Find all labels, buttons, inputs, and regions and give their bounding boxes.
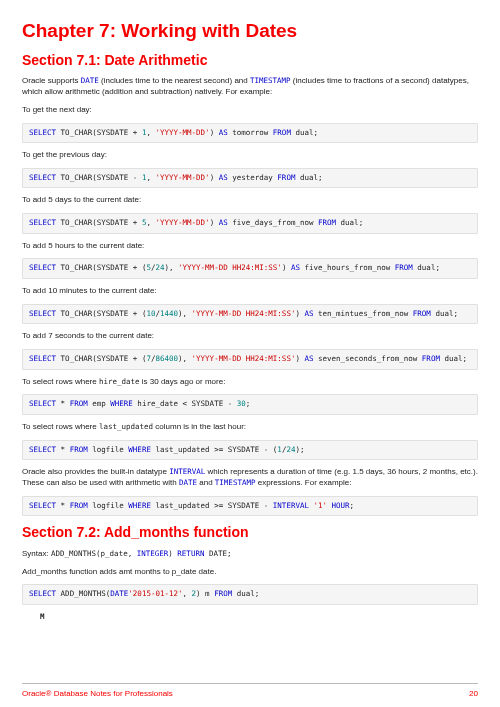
code-next-day: SELECT TO_CHAR(SYSDATE + 1, 'YYYY-MM-DD'… [22,123,478,144]
intro-paragraph: Oracle supports DATE (includes time to t… [22,76,478,98]
add-months-desc: Add_months function adds amt months to p… [22,567,478,578]
code-add-months: SELECT ADD_MONTHS(DATE'2015-01-12', 2) m… [22,584,478,605]
chapter-title: Chapter 7: Working with Dates [22,18,478,45]
select-30-days-label: To select rows where hire_date is 30 day… [22,377,478,388]
code-add-5-days: SELECT TO_CHAR(SYSDATE + 5, 'YYYY-MM-DD'… [22,213,478,234]
timestamp-keyword: TIMESTAMP [250,76,291,85]
add-5-hours-label: To add 5 hours to the current date: [22,241,478,252]
code-interval: SELECT * FROM logfile WHERE last_updated… [22,496,478,517]
code-prev-day: SELECT TO_CHAR(SYSDATE - 1, 'YYYY-MM-DD'… [22,168,478,189]
prev-day-label: To get the previous day: [22,150,478,161]
add-5-days-label: To add 5 days to the current date: [22,195,478,206]
footer-title: Oracle® Database Notes for Professionals [22,688,173,699]
code-select-30-days: SELECT * FROM emp WHERE hire_date < SYSD… [22,394,478,415]
select-last-hour-label: To select rows where last_updated column… [22,422,478,433]
date-keyword: DATE [81,76,99,85]
code-add-5-hours: SELECT TO_CHAR(SYSDATE + (5/24), 'YYYY-M… [22,258,478,279]
interval-paragraph: Oracle also provides the built-in dataty… [22,467,478,489]
code-select-last-hour: SELECT * FROM logfile WHERE last_updated… [22,440,478,461]
interval-keyword: INTERVAL [169,467,205,476]
page-footer: Oracle® Database Notes for Professionals… [22,683,478,699]
result-column-header: M [40,612,478,623]
section-7-2-title: Section 7.2: Add_months function [22,523,478,543]
page-number: 20 [469,688,478,699]
add-7-sec-label: To add 7 seconds to the current date: [22,331,478,342]
syntax-line: Syntax: ADD_MONTHS(p_date, INTEGER) RETU… [22,549,478,560]
code-add-10-min: SELECT TO_CHAR(SYSDATE + (10/1440), 'YYY… [22,304,478,325]
next-day-label: To get the next day: [22,105,478,116]
code-add-7-sec: SELECT TO_CHAR(SYSDATE + (7/86400), 'YYY… [22,349,478,370]
section-7-1-title: Section 7.1: Date Arithmetic [22,51,478,71]
add-10-min-label: To add 10 minutes to the current date: [22,286,478,297]
